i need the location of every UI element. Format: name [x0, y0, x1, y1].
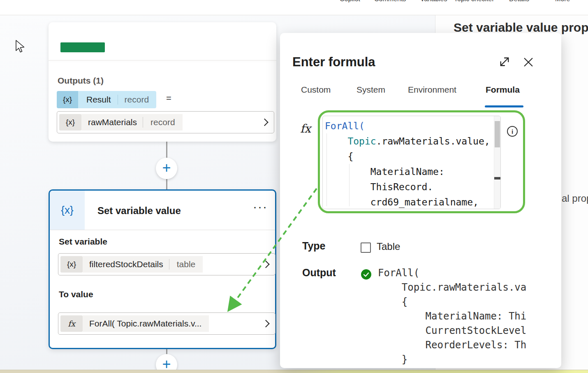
top-menu-bar: Copilot Comments Variables Topic checker…: [0, 0, 588, 15]
chevron-right-icon[interactable]: [262, 261, 269, 268]
close-icon: [523, 56, 534, 68]
result-variable-type: record: [118, 95, 149, 105]
to-value-formula-text: ForAll( Topic.rawMaterials.v...: [89, 319, 201, 329]
expand-dialog-button[interactable]: [498, 56, 512, 70]
menu-item-comments[interactable]: Comments: [374, 0, 406, 3]
chevron-right-icon[interactable]: [262, 320, 269, 327]
fx-label: fx: [300, 122, 311, 135]
tab-formula[interactable]: Formula: [486, 85, 520, 95]
table-type-icon: [361, 242, 371, 253]
node-title: Set variable value: [97, 205, 181, 217]
menu-item-details[interactable]: Details: [509, 0, 529, 3]
more-options-icon[interactable]: ···: [253, 200, 268, 214]
set-variable-name: filteredStockDetails: [89, 259, 163, 269]
flow-node-outputs[interactable]: Outputs (1) {x} Result record = {x} rawM…: [49, 22, 276, 142]
variable-icon: {x}: [59, 114, 81, 131]
menu-item-variables[interactable]: Variables: [420, 0, 447, 3]
to-value-label: To value: [59, 289, 93, 299]
flow-node-set-variable-value[interactable]: {x} Set variable value ··· Set variable …: [49, 189, 276, 349]
type-label: Type: [302, 240, 326, 252]
success-check-icon: [361, 269, 371, 280]
formula-editor-code[interactable]: ForAll( Topic.rawMaterials.value, { Mate…: [325, 119, 490, 209]
menu-item-copilot[interactable]: Copilot: [340, 0, 360, 3]
to-value-field[interactable]: fx ForAll( Topic.rawMaterials.v...: [58, 312, 275, 335]
info-icon[interactable]: i: [507, 126, 518, 137]
tab-system[interactable]: System: [357, 85, 385, 95]
set-variable-field[interactable]: {x} filteredStockDetails table: [58, 253, 275, 275]
green-status-bar: [60, 42, 105, 52]
raw-materials-name: rawMaterials: [88, 117, 137, 127]
fx-icon: fx: [60, 315, 83, 332]
plus-icon: +: [162, 161, 171, 175]
tab-custom[interactable]: Custom: [301, 85, 331, 95]
set-variable-type: table: [169, 259, 196, 270]
output-label: Output: [302, 267, 336, 279]
variable-icon: {x}: [57, 91, 78, 108]
type-value: Table: [377, 241, 400, 252]
result-variable-name: Result: [86, 95, 111, 105]
close-dialog-button[interactable]: [523, 56, 537, 70]
set-variable-label: Set variable: [59, 237, 107, 247]
raw-materials-field[interactable]: {x} rawMaterials record: [57, 111, 274, 133]
properties-panel-text-fragment: al prop: [562, 193, 588, 204]
chevron-right-icon[interactable]: [261, 119, 268, 126]
add-node-button[interactable]: +: [156, 158, 177, 179]
scrollbar-thumb[interactable]: [495, 121, 500, 147]
result-variable-chip[interactable]: {x} Result record: [57, 91, 156, 108]
raw-materials-type: record: [143, 117, 175, 128]
expand-icon: [498, 56, 511, 68]
formula-editor[interactable]: ForAll( Topic.rawMaterials.value, { Mate…: [322, 116, 501, 209]
node-divider: [49, 60, 276, 61]
scrollbar-cursor-marker: [494, 177, 500, 180]
enter-formula-dialog: Enter formula Custom System Environment …: [280, 33, 561, 368]
output-preview-code: ForAll( Topic.rawMaterials.va { Material…: [378, 266, 557, 368]
menu-item-topic-checker[interactable]: Topic checker: [454, 0, 494, 3]
outputs-section-label: Outputs (1): [58, 76, 104, 86]
editor-scrollbar[interactable]: [494, 116, 500, 209]
properties-panel-title: Set variable value prope: [454, 21, 588, 35]
dialog-title: Enter formula: [292, 55, 375, 70]
active-tab-underline: [485, 105, 523, 107]
tab-environment[interactable]: Environment: [408, 85, 456, 95]
node-divider: [50, 230, 275, 230]
bottom-highlight-band: [0, 370, 588, 373]
equals-sign: =: [166, 93, 171, 104]
variable-icon: {x}: [60, 256, 83, 273]
set-variable-node-icon: {x}: [50, 191, 85, 230]
menu-item-more[interactable]: More: [555, 0, 570, 3]
